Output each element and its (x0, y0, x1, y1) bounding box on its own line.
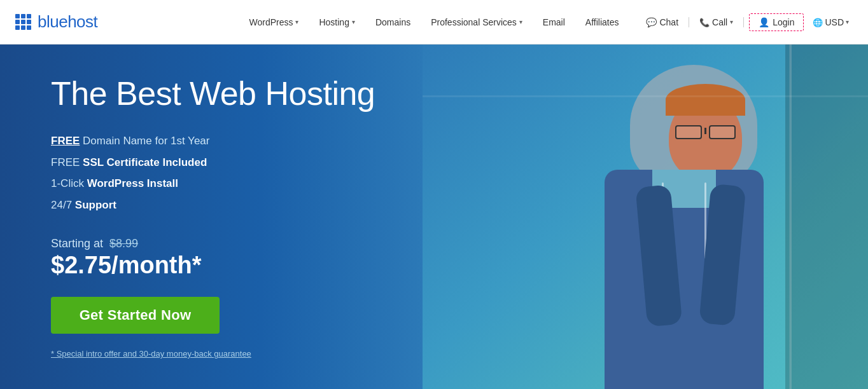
user-icon (759, 17, 769, 27)
new-price: $2.75/month* (51, 252, 382, 279)
chevron-down-icon: ▾ (519, 18, 522, 25)
nav-item-professional-services[interactable]: Professional Services ▾ (421, 11, 533, 34)
chevron-down-icon: ▾ (730, 18, 733, 25)
hero-content: The Best Web Hosting FREE Domain Name fo… (0, 44, 382, 389)
currency-selector[interactable]: USD ▾ (809, 15, 853, 30)
main-nav: WordPress ▾ Hosting ▾ Domains Profession… (239, 11, 629, 34)
door-shadow (785, 44, 868, 389)
feature-item-domain: FREE Domain Name for 1st Year (51, 133, 382, 149)
divider (743, 17, 744, 27)
chevron-down-icon: ▾ (352, 18, 355, 25)
nav-item-wordpress[interactable]: WordPress ▾ (239, 11, 309, 34)
chat-button[interactable]: Chat (641, 15, 683, 30)
hair (666, 84, 745, 116)
logo-text: bluehost (38, 12, 97, 32)
logo-area[interactable]: bluehost (15, 12, 97, 32)
feature-item-ssl: FREE SSL Certificate Included (51, 154, 382, 171)
phone-icon (699, 17, 710, 27)
globe-icon (813, 17, 823, 27)
disclaimer-link[interactable]: * Special intro offer and 30-day money-b… (51, 349, 382, 358)
feature-item-support: 24/7 Support (51, 197, 382, 214)
chevron-down-icon: ▾ (846, 18, 849, 25)
chat-icon (646, 17, 657, 27)
feature-item-wordpress: 1-Click WordPress Install (51, 175, 382, 192)
hero-title: The Best Web Hosting (51, 75, 382, 113)
feature-list: FREE Domain Name for 1st Year FREE SSL C… (51, 133, 382, 218)
login-button[interactable]: Login (749, 13, 804, 31)
old-price: $8.99 (109, 237, 138, 250)
top-actions: Chat Call ▾ Login USD ▾ (641, 13, 853, 31)
starting-at-text: Starting at $8.99 (51, 237, 382, 250)
divider (689, 17, 689, 27)
hero-section: The Best Web Hosting FREE Domain Name fo… (0, 44, 868, 389)
hero-image (423, 44, 868, 389)
get-started-button[interactable]: Get Started Now (51, 297, 220, 334)
face (669, 97, 742, 179)
logo-grid-icon (15, 14, 31, 30)
pricing-section: Starting at $8.99 $2.75/month* (51, 237, 382, 279)
header: bluehost WordPress ▾ Hosting ▾ Domains P… (0, 0, 868, 44)
nav-item-domains[interactable]: Domains (365, 11, 421, 34)
glasses (675, 125, 736, 139)
nav-item-email[interactable]: Email (533, 11, 575, 34)
chevron-down-icon: ▾ (295, 18, 298, 25)
call-button[interactable]: Call ▾ (694, 15, 738, 30)
nav-item-affiliates[interactable]: Affiliates (575, 11, 629, 34)
nav-item-hosting[interactable]: Hosting ▾ (309, 11, 365, 34)
